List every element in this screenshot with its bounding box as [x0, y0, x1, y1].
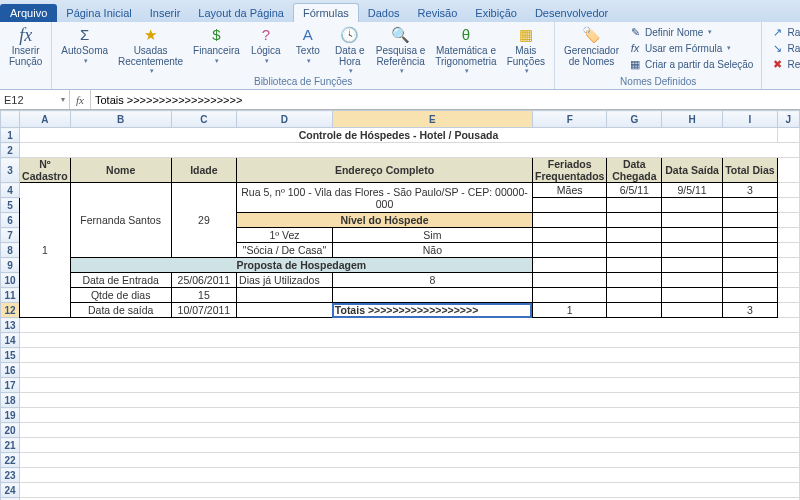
hdr-saida[interactable]: Data Saída	[662, 158, 723, 183]
cell-diasutil-label[interactable]: Dias já Utilizados	[237, 273, 333, 288]
name-box[interactable]: E12▾	[0, 90, 70, 109]
cell-saida2-label[interactable]: Data de saída	[70, 303, 171, 318]
hdr-cadastro[interactable]: Nº Cadastro	[20, 158, 71, 183]
math-button[interactable]: θMatemática e Trigonometria	[432, 24, 499, 75]
row-14[interactable]: 14	[1, 333, 20, 348]
cell-qtde-label[interactable]: Qtde de dias	[70, 288, 171, 303]
col-I[interactable]: I	[723, 111, 778, 128]
cell-totais[interactable]: Totais >>>>>>>>>>>>>>>>>>	[332, 303, 532, 318]
row-6[interactable]: 6	[1, 213, 20, 228]
col-A[interactable]: A	[20, 111, 71, 128]
row-3[interactable]: 3	[1, 158, 20, 183]
cell-endereco[interactable]: Rua 5, nº 100 - Vila das Flores - São Pa…	[237, 183, 533, 213]
tab-insert[interactable]: Inserir	[141, 4, 190, 22]
cell-socia-label[interactable]: "Sócia / De Casa"	[237, 243, 333, 258]
hdr-nome[interactable]: Nome	[70, 158, 171, 183]
more-fn-button[interactable]: ▦Mais Funções	[504, 24, 548, 75]
cell-idade[interactable]: 29	[171, 183, 236, 258]
select-all-corner[interactable]	[1, 111, 20, 128]
recent-button[interactable]: ★Usadas Recentemente	[115, 24, 186, 75]
autosum-button[interactable]: ΣAutoSoma	[58, 24, 111, 65]
hdr-dias[interactable]: Total Dias	[723, 158, 778, 183]
tab-file[interactable]: Arquivo	[0, 4, 57, 22]
row-5[interactable]: 5	[1, 198, 20, 213]
cell-cadastro[interactable]: 1	[20, 183, 71, 318]
tab-home[interactable]: Página Inicial	[57, 4, 140, 22]
row-4[interactable]: 4	[1, 183, 20, 198]
hdr-idade[interactable]: Idade	[171, 158, 236, 183]
cell-1vez-val[interactable]: Sim	[332, 228, 532, 243]
cell-entrada-label[interactable]: Data de Entrada	[70, 273, 171, 288]
row-2[interactable]: 2	[1, 143, 20, 158]
row-15[interactable]: 15	[1, 348, 20, 363]
cell-nome[interactable]: Fernanda Santos	[70, 183, 171, 258]
tab-formulas[interactable]: Fórmulas	[293, 3, 359, 22]
row-8[interactable]: 8	[1, 243, 20, 258]
col-C[interactable]: C	[171, 111, 236, 128]
row-11[interactable]: 11	[1, 288, 20, 303]
col-F[interactable]: F	[532, 111, 606, 128]
row-24[interactable]: 24	[1, 483, 20, 498]
cell-saida[interactable]: 9/5/11	[662, 183, 723, 198]
insert-function-button[interactable]: fx Inserir Função	[6, 24, 45, 68]
cell-total-i[interactable]: 3	[723, 303, 778, 318]
logical-button[interactable]: ?Lógica	[247, 24, 285, 65]
tab-view[interactable]: Exibição	[466, 4, 526, 22]
trace-dependents-button[interactable]: ↘Rastrear Dependentes	[768, 40, 800, 56]
row-19[interactable]: 19	[1, 408, 20, 423]
row-21[interactable]: 21	[1, 438, 20, 453]
tab-data[interactable]: Dados	[359, 4, 409, 22]
date-button[interactable]: 🕓Data e Hora	[331, 24, 369, 75]
sheet-title[interactable]: Controle de Hóspedes - Hotel / Pousada	[20, 128, 778, 143]
spreadsheet-grid[interactable]: A B C D E F G H I J 1 Controle de Hósped…	[0, 110, 800, 500]
cell-chegada[interactable]: 6/5/11	[607, 183, 662, 198]
row-17[interactable]: 17	[1, 378, 20, 393]
col-B[interactable]: B	[70, 111, 171, 128]
financial-button[interactable]: $Financeira	[190, 24, 243, 65]
row-13[interactable]: 13	[1, 318, 20, 333]
col-E[interactable]: E	[332, 111, 532, 128]
formula-input[interactable]	[91, 90, 800, 109]
cell-saida2-val[interactable]: 10/07/2011	[171, 303, 236, 318]
col-G[interactable]: G	[607, 111, 662, 128]
trace-precedents-button[interactable]: ↗Rastrear Precedentes	[768, 24, 800, 40]
row-18[interactable]: 18	[1, 393, 20, 408]
define-name-button[interactable]: ✎Definir Nome	[626, 24, 755, 40]
chevron-down-icon[interactable]: ▾	[61, 95, 65, 104]
col-D[interactable]: D	[237, 111, 333, 128]
tab-review[interactable]: Revisão	[409, 4, 467, 22]
cell-dias[interactable]: 3	[723, 183, 778, 198]
hdr-feriados[interactable]: Feriados Frequentados	[532, 158, 606, 183]
tab-dev[interactable]: Desenvolvedor	[526, 4, 617, 22]
row-22[interactable]: 22	[1, 453, 20, 468]
create-from-sel-button[interactable]: ▦Criar a partir da Seleção	[626, 56, 755, 72]
cell-total-f[interactable]: 1	[532, 303, 606, 318]
use-in-formula-button[interactable]: fxUsar em Fórmula	[626, 40, 755, 56]
cell-diasutil-val[interactable]: 8	[332, 273, 532, 288]
cell-entrada-val[interactable]: 25/06/2011	[171, 273, 236, 288]
row-10[interactable]: 10	[1, 273, 20, 288]
remove-arrows-button[interactable]: ✖Remover Setas	[768, 56, 800, 72]
cell-qtde-val[interactable]: 15	[171, 288, 236, 303]
cell-socia-val[interactable]: Não	[332, 243, 532, 258]
hdr-endereco[interactable]: Endereço Completo	[237, 158, 533, 183]
row-7[interactable]: 7	[1, 228, 20, 243]
name-manager-button[interactable]: 🏷️Gerenciador de Nomes	[561, 24, 622, 68]
row-16[interactable]: 16	[1, 363, 20, 378]
cell-1vez-label[interactable]: 1º Vez	[237, 228, 333, 243]
row-9[interactable]: 9	[1, 258, 20, 273]
hdr-chegada[interactable]: Data Chegada	[607, 158, 662, 183]
tab-layout[interactable]: Layout da Página	[189, 4, 293, 22]
band-nivel[interactable]: Nível do Hóspede	[237, 213, 533, 228]
row-20[interactable]: 20	[1, 423, 20, 438]
row-12[interactable]: 12	[1, 303, 20, 318]
text-button[interactable]: ATexto	[289, 24, 327, 65]
col-J[interactable]: J	[777, 111, 799, 128]
lookup-button[interactable]: 🔍Pesquisa e Referência	[373, 24, 428, 75]
row-1[interactable]: 1	[1, 128, 20, 143]
cell-feriado[interactable]: Mães	[532, 183, 606, 198]
row-23[interactable]: 23	[1, 468, 20, 483]
fx-icon[interactable]: fx	[70, 90, 91, 109]
col-H[interactable]: H	[662, 111, 723, 128]
band-proposta[interactable]: Proposta de Hospedagem	[70, 258, 532, 273]
